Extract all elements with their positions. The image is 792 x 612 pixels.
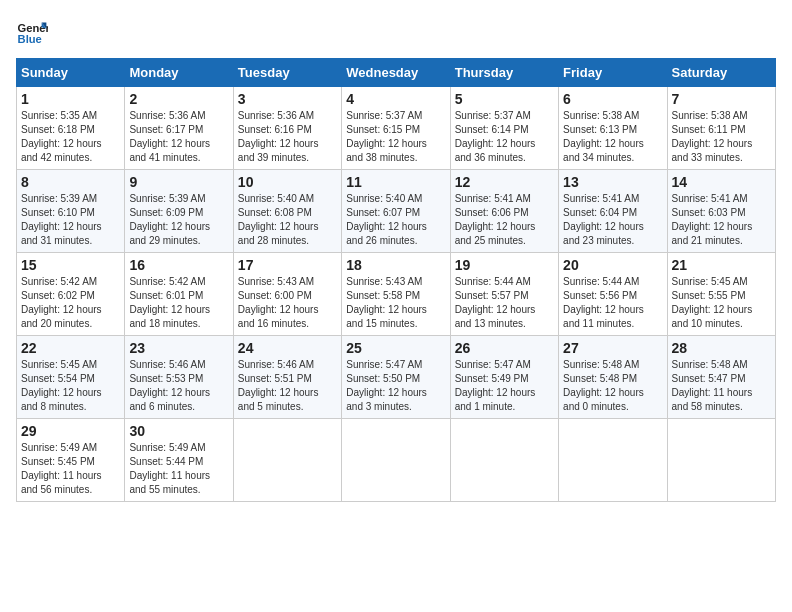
calendar-cell: 7 Sunrise: 5:38 AMSunset: 6:11 PMDayligh… bbox=[667, 87, 775, 170]
calendar-cell: 9 Sunrise: 5:39 AMSunset: 6:09 PMDayligh… bbox=[125, 170, 233, 253]
header: General Blue bbox=[16, 16, 776, 48]
weekday-header-wednesday: Wednesday bbox=[342, 59, 450, 87]
day-number: 22 bbox=[21, 340, 120, 356]
calendar-cell: 5 Sunrise: 5:37 AMSunset: 6:14 PMDayligh… bbox=[450, 87, 558, 170]
calendar-cell: 12 Sunrise: 5:41 AMSunset: 6:06 PMDaylig… bbox=[450, 170, 558, 253]
day-info: Sunrise: 5:49 AMSunset: 5:44 PMDaylight:… bbox=[129, 441, 228, 497]
day-number: 30 bbox=[129, 423, 228, 439]
calendar-cell: 30 Sunrise: 5:49 AMSunset: 5:44 PMDaylig… bbox=[125, 419, 233, 502]
calendar-cell: 18 Sunrise: 5:43 AMSunset: 5:58 PMDaylig… bbox=[342, 253, 450, 336]
day-number: 6 bbox=[563, 91, 662, 107]
calendar-cell bbox=[233, 419, 341, 502]
day-info: Sunrise: 5:45 AMSunset: 5:54 PMDaylight:… bbox=[21, 358, 120, 414]
calendar-week-5: 29 Sunrise: 5:49 AMSunset: 5:45 PMDaylig… bbox=[17, 419, 776, 502]
day-number: 15 bbox=[21, 257, 120, 273]
day-number: 2 bbox=[129, 91, 228, 107]
day-number: 9 bbox=[129, 174, 228, 190]
day-number: 21 bbox=[672, 257, 771, 273]
calendar-cell: 6 Sunrise: 5:38 AMSunset: 6:13 PMDayligh… bbox=[559, 87, 667, 170]
calendar-cell: 25 Sunrise: 5:47 AMSunset: 5:50 PMDaylig… bbox=[342, 336, 450, 419]
calendar-cell: 24 Sunrise: 5:46 AMSunset: 5:51 PMDaylig… bbox=[233, 336, 341, 419]
weekday-header-tuesday: Tuesday bbox=[233, 59, 341, 87]
calendar-cell: 13 Sunrise: 5:41 AMSunset: 6:04 PMDaylig… bbox=[559, 170, 667, 253]
calendar-cell: 23 Sunrise: 5:46 AMSunset: 5:53 PMDaylig… bbox=[125, 336, 233, 419]
day-number: 25 bbox=[346, 340, 445, 356]
calendar-cell: 29 Sunrise: 5:49 AMSunset: 5:45 PMDaylig… bbox=[17, 419, 125, 502]
day-number: 10 bbox=[238, 174, 337, 190]
calendar-cell: 3 Sunrise: 5:36 AMSunset: 6:16 PMDayligh… bbox=[233, 87, 341, 170]
day-number: 23 bbox=[129, 340, 228, 356]
day-number: 3 bbox=[238, 91, 337, 107]
calendar-cell: 28 Sunrise: 5:48 AMSunset: 5:47 PMDaylig… bbox=[667, 336, 775, 419]
calendar-week-3: 15 Sunrise: 5:42 AMSunset: 6:02 PMDaylig… bbox=[17, 253, 776, 336]
day-info: Sunrise: 5:36 AMSunset: 6:17 PMDaylight:… bbox=[129, 109, 228, 165]
day-number: 19 bbox=[455, 257, 554, 273]
day-info: Sunrise: 5:35 AMSunset: 6:18 PMDaylight:… bbox=[21, 109, 120, 165]
calendar-cell: 1 Sunrise: 5:35 AMSunset: 6:18 PMDayligh… bbox=[17, 87, 125, 170]
calendar-cell: 26 Sunrise: 5:47 AMSunset: 5:49 PMDaylig… bbox=[450, 336, 558, 419]
day-info: Sunrise: 5:38 AMSunset: 6:11 PMDaylight:… bbox=[672, 109, 771, 165]
day-number: 8 bbox=[21, 174, 120, 190]
svg-text:Blue: Blue bbox=[18, 33, 42, 45]
day-info: Sunrise: 5:48 AMSunset: 5:47 PMDaylight:… bbox=[672, 358, 771, 414]
calendar-cell: 10 Sunrise: 5:40 AMSunset: 6:08 PMDaylig… bbox=[233, 170, 341, 253]
day-info: Sunrise: 5:42 AMSunset: 6:01 PMDaylight:… bbox=[129, 275, 228, 331]
day-number: 13 bbox=[563, 174, 662, 190]
day-number: 26 bbox=[455, 340, 554, 356]
calendar-cell bbox=[559, 419, 667, 502]
calendar-cell: 2 Sunrise: 5:36 AMSunset: 6:17 PMDayligh… bbox=[125, 87, 233, 170]
calendar-week-4: 22 Sunrise: 5:45 AMSunset: 5:54 PMDaylig… bbox=[17, 336, 776, 419]
day-number: 16 bbox=[129, 257, 228, 273]
calendar-cell: 20 Sunrise: 5:44 AMSunset: 5:56 PMDaylig… bbox=[559, 253, 667, 336]
calendar-cell: 11 Sunrise: 5:40 AMSunset: 6:07 PMDaylig… bbox=[342, 170, 450, 253]
day-number: 29 bbox=[21, 423, 120, 439]
day-number: 11 bbox=[346, 174, 445, 190]
day-number: 18 bbox=[346, 257, 445, 273]
day-info: Sunrise: 5:42 AMSunset: 6:02 PMDaylight:… bbox=[21, 275, 120, 331]
calendar-cell bbox=[342, 419, 450, 502]
day-info: Sunrise: 5:45 AMSunset: 5:55 PMDaylight:… bbox=[672, 275, 771, 331]
calendar-cell: 16 Sunrise: 5:42 AMSunset: 6:01 PMDaylig… bbox=[125, 253, 233, 336]
day-number: 24 bbox=[238, 340, 337, 356]
calendar-cell: 15 Sunrise: 5:42 AMSunset: 6:02 PMDaylig… bbox=[17, 253, 125, 336]
weekday-header-sunday: Sunday bbox=[17, 59, 125, 87]
calendar-table: SundayMondayTuesdayWednesdayThursdayFrid… bbox=[16, 58, 776, 502]
day-number: 5 bbox=[455, 91, 554, 107]
day-info: Sunrise: 5:43 AMSunset: 5:58 PMDaylight:… bbox=[346, 275, 445, 331]
day-number: 28 bbox=[672, 340, 771, 356]
day-info: Sunrise: 5:47 AMSunset: 5:49 PMDaylight:… bbox=[455, 358, 554, 414]
calendar-cell: 14 Sunrise: 5:41 AMSunset: 6:03 PMDaylig… bbox=[667, 170, 775, 253]
weekday-header-saturday: Saturday bbox=[667, 59, 775, 87]
calendar-cell: 21 Sunrise: 5:45 AMSunset: 5:55 PMDaylig… bbox=[667, 253, 775, 336]
day-info: Sunrise: 5:49 AMSunset: 5:45 PMDaylight:… bbox=[21, 441, 120, 497]
calendar-cell: 8 Sunrise: 5:39 AMSunset: 6:10 PMDayligh… bbox=[17, 170, 125, 253]
weekday-header-row: SundayMondayTuesdayWednesdayThursdayFrid… bbox=[17, 59, 776, 87]
day-number: 7 bbox=[672, 91, 771, 107]
day-info: Sunrise: 5:44 AMSunset: 5:57 PMDaylight:… bbox=[455, 275, 554, 331]
weekday-header-friday: Friday bbox=[559, 59, 667, 87]
day-info: Sunrise: 5:41 AMSunset: 6:06 PMDaylight:… bbox=[455, 192, 554, 248]
day-info: Sunrise: 5:40 AMSunset: 6:07 PMDaylight:… bbox=[346, 192, 445, 248]
calendar-cell: 17 Sunrise: 5:43 AMSunset: 6:00 PMDaylig… bbox=[233, 253, 341, 336]
calendar-week-2: 8 Sunrise: 5:39 AMSunset: 6:10 PMDayligh… bbox=[17, 170, 776, 253]
day-info: Sunrise: 5:43 AMSunset: 6:00 PMDaylight:… bbox=[238, 275, 337, 331]
day-number: 1 bbox=[21, 91, 120, 107]
calendar-cell: 19 Sunrise: 5:44 AMSunset: 5:57 PMDaylig… bbox=[450, 253, 558, 336]
logo-icon: General Blue bbox=[16, 16, 48, 48]
day-info: Sunrise: 5:39 AMSunset: 6:10 PMDaylight:… bbox=[21, 192, 120, 248]
calendar-cell bbox=[667, 419, 775, 502]
calendar-cell bbox=[450, 419, 558, 502]
calendar-week-1: 1 Sunrise: 5:35 AMSunset: 6:18 PMDayligh… bbox=[17, 87, 776, 170]
day-number: 4 bbox=[346, 91, 445, 107]
day-info: Sunrise: 5:44 AMSunset: 5:56 PMDaylight:… bbox=[563, 275, 662, 331]
day-info: Sunrise: 5:40 AMSunset: 6:08 PMDaylight:… bbox=[238, 192, 337, 248]
calendar-cell: 22 Sunrise: 5:45 AMSunset: 5:54 PMDaylig… bbox=[17, 336, 125, 419]
day-info: Sunrise: 5:46 AMSunset: 5:53 PMDaylight:… bbox=[129, 358, 228, 414]
day-number: 17 bbox=[238, 257, 337, 273]
day-info: Sunrise: 5:38 AMSunset: 6:13 PMDaylight:… bbox=[563, 109, 662, 165]
calendar-cell: 4 Sunrise: 5:37 AMSunset: 6:15 PMDayligh… bbox=[342, 87, 450, 170]
day-info: Sunrise: 5:39 AMSunset: 6:09 PMDaylight:… bbox=[129, 192, 228, 248]
day-info: Sunrise: 5:46 AMSunset: 5:51 PMDaylight:… bbox=[238, 358, 337, 414]
day-number: 27 bbox=[563, 340, 662, 356]
day-info: Sunrise: 5:41 AMSunset: 6:03 PMDaylight:… bbox=[672, 192, 771, 248]
